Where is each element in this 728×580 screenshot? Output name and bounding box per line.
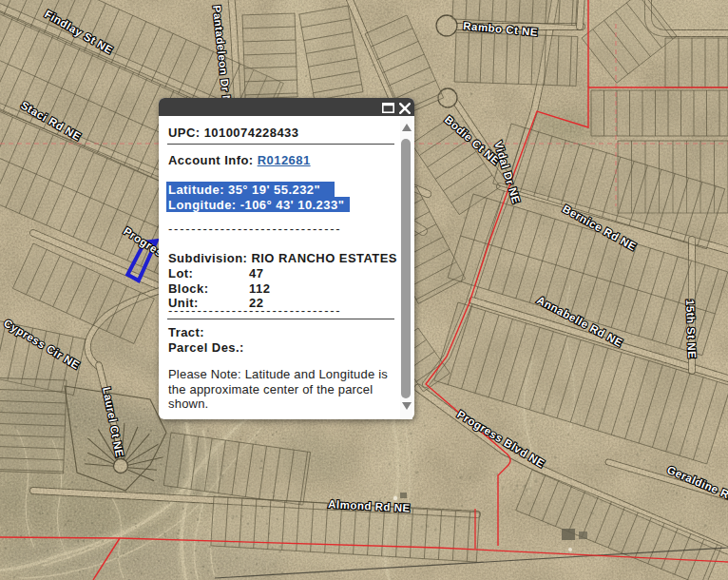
svg-text:15th St NE: 15th St NE [684,300,698,359]
